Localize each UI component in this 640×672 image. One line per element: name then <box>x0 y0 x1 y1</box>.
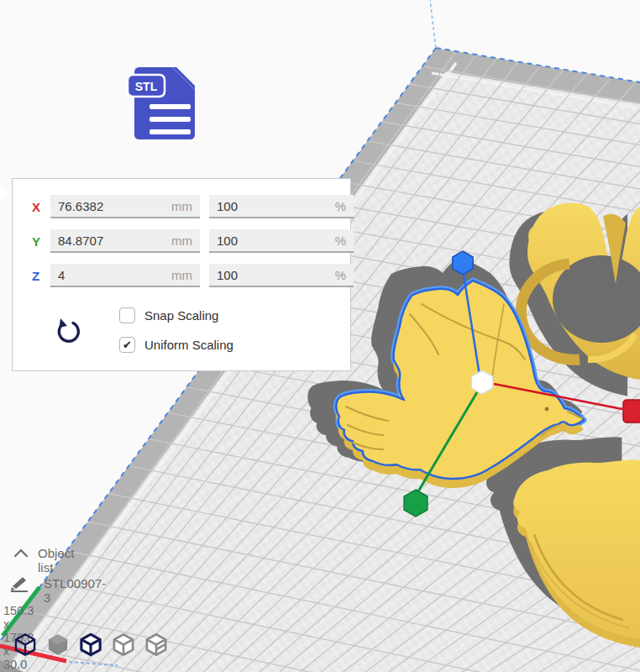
z-axis-label: Z <box>32 269 50 283</box>
view-3d-button[interactable] <box>13 633 37 658</box>
scale-x-mm-input[interactable]: 76.6382 mm <box>50 195 200 218</box>
scale-y-percent-input[interactable]: 100 % <box>209 229 354 253</box>
percent-unit-label: % <box>335 234 346 248</box>
cube-left-icon <box>114 634 133 654</box>
camera-view-toolbar <box>13 633 168 658</box>
scale-tool-panel: X 76.6382 mm 100 % Y 84.8707 mm 100 % Z <box>12 178 351 371</box>
stl-file-icon[interactable]: STL <box>124 64 205 148</box>
snap-scaling-row: Snap Scaling <box>119 306 218 324</box>
mm-unit-label: mm <box>171 199 192 213</box>
percent-unit-label: % <box>335 199 346 213</box>
object-list-title: Object list <box>38 546 74 575</box>
y-axis-label: Y <box>32 234 50 249</box>
application-window: STL X 76.6382 mm 100 % Y 84.8707 mm <box>0 0 640 672</box>
uniform-scaling-label: Uniform Scaling <box>144 338 233 352</box>
rename-object-button[interactable] <box>9 575 31 592</box>
snap-scaling-checkbox[interactable] <box>119 307 135 323</box>
uniform-scaling-row: ✔ Uniform Scaling <box>119 335 233 354</box>
scale-z-percent-input[interactable]: 100 % <box>209 264 354 287</box>
view-top-button[interactable] <box>79 633 102 658</box>
percent-unit-label: % <box>335 268 346 282</box>
view-left-button[interactable] <box>112 633 135 658</box>
pencil-icon <box>11 577 28 591</box>
mm-unit-label: mm <box>171 268 192 282</box>
uniform-scaling-checkbox[interactable]: ✔ <box>119 337 135 353</box>
chevron-up-icon <box>15 550 27 556</box>
view-front-button[interactable] <box>46 633 70 658</box>
cube-top-icon <box>81 634 100 654</box>
x-axis-label: X <box>32 200 50 214</box>
scale-x-percent-input[interactable]: 100 % <box>209 195 354 218</box>
uniform-scaling-check-icon: ✔ <box>123 339 132 351</box>
gizmo-y-handle[interactable] <box>404 490 428 517</box>
cube-3d-icon <box>16 634 34 654</box>
gizmo-x-handle[interactable] <box>623 400 640 423</box>
object-list-item[interactable]: STL00907-3 <box>44 576 106 605</box>
view-right-button[interactable] <box>144 633 168 658</box>
scale-z-mm-input[interactable]: 4 mm <box>50 264 200 287</box>
cube-right-icon <box>147 634 165 654</box>
object-list-collapse-button[interactable] <box>10 547 32 560</box>
scale-y-mm-input[interactable]: 84.8707 mm <box>50 229 200 253</box>
snap-scaling-label: Snap Scaling <box>144 308 218 323</box>
gizmo-z-handle[interactable] <box>453 251 473 275</box>
reset-scale-button[interactable] <box>53 318 81 349</box>
gizmo-center-handle[interactable] <box>471 370 492 394</box>
bird-eye <box>545 407 549 412</box>
cube-front-icon <box>49 634 67 654</box>
stl-file-label: STL <box>135 80 158 93</box>
mm-unit-label: mm <box>171 234 192 248</box>
